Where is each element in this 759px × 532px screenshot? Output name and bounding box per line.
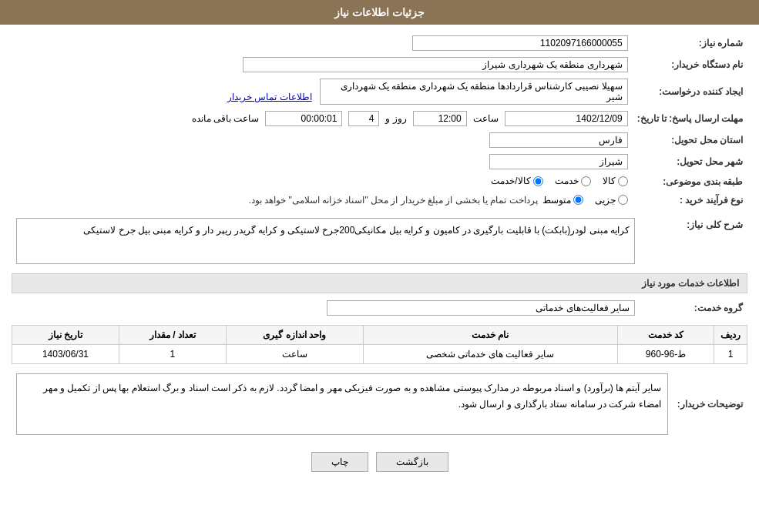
- tabaqebandi-khedmat[interactable]: خدمت: [555, 176, 591, 186]
- mohlat-saat-value: 12:00: [413, 111, 467, 126]
- shomare-niaz-label: شماره نیاز:: [633, 32, 747, 54]
- ostan-label: استان محل تحویل:: [633, 129, 747, 151]
- shahr-value: شیراز: [489, 154, 628, 169]
- grooh-label: گروه خدمت:: [640, 297, 747, 319]
- mohlat-rooz-value: 4: [348, 111, 379, 126]
- back-button[interactable]: بازگشت: [376, 452, 448, 472]
- notes-label: توضیحات خریدار:: [673, 370, 747, 438]
- farayand-motevaset-radio[interactable]: [573, 195, 583, 205]
- table-row: 1 ط-96-960 سایر فعالیت های خدماتی شخصی س…: [12, 344, 747, 363]
- tabaqebandi-kala-khedmat-label: کالا/خدمت: [491, 176, 530, 186]
- mohlat-label: مهلت ارسال پاسخ: تا تاریخ:: [633, 108, 747, 129]
- grooh-table: گروه خدمت: سایر فعالیت‌های خدماتی: [12, 297, 747, 319]
- col-tarikh: تاریخ نیاز: [12, 325, 119, 344]
- mande-label: ساعت باقی مانده: [192, 113, 260, 124]
- tabaqebandi-group: کالا خدمت کالا/خدمت: [491, 176, 627, 186]
- tabaqebandi-kala-radio[interactable]: [618, 176, 628, 186]
- sharh-label: شرح کلی نیاز:: [640, 215, 747, 267]
- col-tedad: تعداد / مقدار: [119, 325, 226, 344]
- tabaqebandi-kala[interactable]: کالا: [603, 176, 628, 186]
- page-title: جزئیات اطلاعات نیاز: [334, 6, 425, 18]
- tabaqebandi-khedmat-label: خدمت: [555, 176, 579, 186]
- notes-value: سایر آیتم ها (برآورد) و اسناد مربوطه در …: [16, 373, 668, 435]
- sharh-table: شرح کلی نیاز: کرایه مبنی لودر(بابکت) با …: [12, 215, 747, 267]
- tabaqebandi-khedmat-radio[interactable]: [581, 176, 591, 186]
- farayand-motevaset-label: متوسط: [542, 195, 571, 206]
- ijad-konande-value: سهیلا نصیبی کارشناس قراردادها منطقه یک ش…: [320, 79, 628, 105]
- cell-tarikh: 1403/06/31: [12, 344, 119, 363]
- shomare-niaz-value: 1102097166000055: [412, 35, 628, 51]
- tabaqebandi-kala-khedmat-radio[interactable]: [533, 176, 543, 186]
- farayand-jozi-label: جزیی: [595, 195, 616, 206]
- noe-farayand-group: جزیی متوسط: [542, 195, 628, 206]
- grooh-value: سایر فعالیت‌های خدماتی: [327, 300, 635, 316]
- cell-tedad: 1: [119, 344, 226, 363]
- cell-kod: ط-96-960: [617, 344, 714, 363]
- col-radif: ردیف: [714, 325, 747, 344]
- khadamat-section-title: اطلاعات خدمات مورد نیاز: [12, 273, 747, 293]
- services-table: ردیف کد خدمت نام خدمت واحد اندازه گیری ت…: [12, 325, 747, 364]
- col-nam: نام خدمت: [363, 325, 617, 344]
- farayand-jozi-radio[interactable]: [618, 195, 628, 205]
- print-button[interactable]: چاپ: [311, 452, 368, 472]
- shahr-label: شهر محل تحویل:: [633, 151, 747, 172]
- col-vahed: واحد اندازه گیری: [226, 325, 363, 344]
- buttons-row: بازگشت چاپ: [12, 444, 747, 480]
- rooz-label: روز و: [385, 113, 406, 124]
- farayand-note: پرداخت تمام یا بخشی از مبلغ خریدار از مح…: [248, 195, 537, 206]
- nam-dastgah-label: نام دستگاه خریدار:: [633, 54, 747, 75]
- saat-label: ساعت: [473, 113, 499, 124]
- col-kod: کد خدمت: [617, 325, 714, 344]
- cell-vahed: ساعت: [226, 344, 363, 363]
- farayand-motevaset[interactable]: متوسط: [542, 195, 583, 206]
- sharh-value: کرایه مبنی لودر(بابکت) با قابلیت بارگیری…: [16, 218, 635, 264]
- page-header: جزئیات اطلاعات نیاز: [0, 0, 759, 25]
- noe-farayand-label: نوع فرآیند خرید :: [633, 192, 747, 209]
- mohlat-mande-value: 00:00:01: [265, 111, 342, 126]
- cell-radif: 1: [714, 344, 747, 363]
- nam-dastgah-value: شهرداری منطقه یک شهرداری شیراز: [243, 57, 628, 72]
- ostan-value: فارس: [489, 132, 628, 148]
- tabaqebandi-kala-khedmat[interactable]: کالا/خدمت: [491, 176, 542, 186]
- tabaqebandi-kala-label: کالا: [603, 176, 616, 186]
- ijad-konande-link[interactable]: اطلاعات تماس خریدار: [227, 92, 312, 102]
- tabaqebandi-label: طبقه بندی موضوعی:: [633, 172, 747, 192]
- mohlat-date-value: 1402/12/09: [505, 111, 628, 126]
- cell-nam: سایر فعالیت های خدماتی شخصی: [363, 344, 617, 363]
- farayand-jozi[interactable]: جزیی: [595, 195, 628, 206]
- notes-table: توضیحات خریدار: سایر آیتم ها (برآورد) و …: [12, 370, 747, 438]
- main-form-table: شماره نیاز: 1102097166000055 نام دستگاه …: [12, 32, 747, 209]
- ijad-konande-label: ایجاد کننده درخواست:: [633, 75, 747, 108]
